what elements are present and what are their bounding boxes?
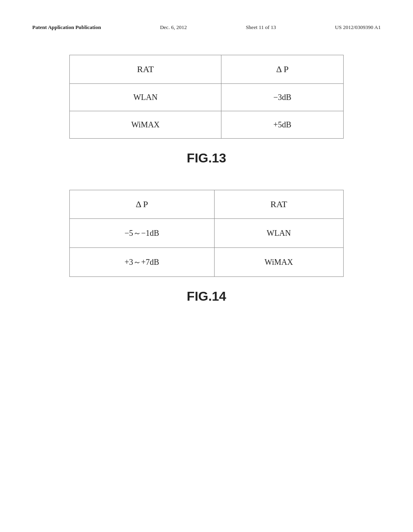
fig13-section: RAT Δ P WLAN −3dB WiMAX +5dB FIG.13 bbox=[32, 55, 381, 166]
fig13-row2-col1: WiMAX bbox=[70, 111, 221, 139]
fig14-table-container: Δ P RAT −5～−1dB WLAN +3～+7dB WiMAX bbox=[69, 190, 344, 277]
table-row: RAT Δ P bbox=[70, 55, 344, 84]
table-row: Δ P RAT bbox=[70, 190, 344, 219]
fig13-row1-col2: −3dB bbox=[221, 84, 344, 111]
fig13-table-container: RAT Δ P WLAN −3dB WiMAX +5dB bbox=[69, 55, 344, 139]
fig13-table: RAT Δ P WLAN −3dB WiMAX +5dB bbox=[69, 55, 344, 139]
fig14-row2-col1: +3～+7dB bbox=[70, 248, 215, 277]
fig14-label: FIG.14 bbox=[32, 289, 381, 304]
fig13-col1-header: RAT bbox=[70, 55, 221, 84]
fig14-row1-col2: WLAN bbox=[214, 219, 343, 248]
fig14-row1-col1: −5～−1dB bbox=[70, 219, 215, 248]
table-row: WLAN −3dB bbox=[70, 84, 344, 111]
fig13-row1-col1: WLAN bbox=[70, 84, 221, 111]
table-row: −5～−1dB WLAN bbox=[70, 219, 344, 248]
fig14-section: Δ P RAT −5～−1dB WLAN +3～+7dB WiMAX FIG.1… bbox=[32, 190, 381, 304]
page: Patent Application Publication Dec. 6, 2… bbox=[0, 0, 413, 532]
fig14-row2-col2: WiMAX bbox=[214, 248, 343, 277]
fig13-label: FIG.13 bbox=[32, 151, 381, 166]
header-patent-number: US 2012/0309390 A1 bbox=[335, 24, 381, 31]
fig14-col2-header: RAT bbox=[214, 190, 343, 219]
header-publication-label: Patent Application Publication bbox=[32, 24, 101, 31]
fig14-col1-header: Δ P bbox=[70, 190, 215, 219]
header-sheet: Sheet 11 of 13 bbox=[246, 24, 276, 31]
page-header: Patent Application Publication Dec. 6, 2… bbox=[32, 24, 381, 31]
fig13-col2-header: Δ P bbox=[221, 55, 344, 84]
fig14-table: Δ P RAT −5～−1dB WLAN +3～+7dB WiMAX bbox=[69, 190, 344, 277]
table-row: +3～+7dB WiMAX bbox=[70, 248, 344, 277]
fig13-row2-col2: +5dB bbox=[221, 111, 344, 139]
header-date: Dec. 6, 2012 bbox=[160, 24, 187, 31]
table-row: WiMAX +5dB bbox=[70, 111, 344, 139]
